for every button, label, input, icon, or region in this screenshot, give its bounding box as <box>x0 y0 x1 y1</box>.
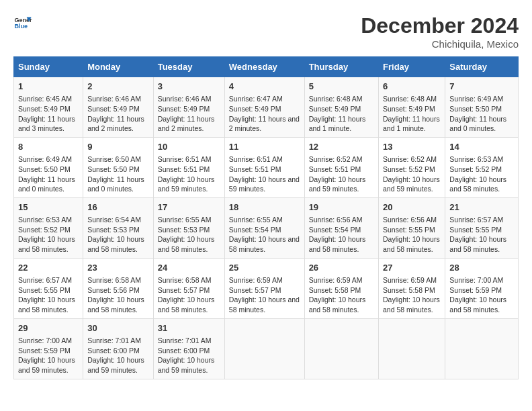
column-header-tuesday: Tuesday <box>153 57 224 77</box>
calendar-cell <box>445 318 519 379</box>
day-content: Sunrise: 6:54 AMSunset: 5:53 PMDaylight:… <box>87 215 149 255</box>
day-content: Sunrise: 6:49 AMSunset: 5:50 PMDaylight:… <box>449 94 514 134</box>
day-content: Sunrise: 6:53 AMSunset: 5:52 PMDaylight:… <box>449 154 514 194</box>
day-number: 18 <box>229 201 300 214</box>
calendar-cell: 18Sunrise: 6:55 AMSunset: 5:54 PMDayligh… <box>224 197 304 258</box>
day-content: Sunrise: 6:47 AMSunset: 5:49 PMDaylight:… <box>229 94 300 134</box>
calendar-cell: 23Sunrise: 6:58 AMSunset: 5:56 PMDayligh… <box>83 258 154 318</box>
calendar-week-1: 1Sunrise: 6:45 AMSunset: 5:49 PMDaylight… <box>14 77 519 138</box>
day-content: Sunrise: 6:50 AMSunset: 5:50 PMDaylight:… <box>87 154 149 194</box>
day-number: 2 <box>87 81 149 93</box>
title-block: December 2024 Chichiquila, Mexico <box>361 13 519 50</box>
header-row: SundayMondayTuesdayWednesdayThursdayFrid… <box>14 57 519 77</box>
day-number: 20 <box>383 201 441 214</box>
day-content: Sunrise: 7:01 AMSunset: 6:00 PMDaylight:… <box>87 336 149 375</box>
day-number: 14 <box>449 141 514 153</box>
column-header-saturday: Saturday <box>445 57 519 77</box>
column-header-friday: Friday <box>379 57 445 77</box>
column-header-sunday: Sunday <box>14 57 83 77</box>
calendar-cell: 14Sunrise: 6:53 AMSunset: 5:52 PMDayligh… <box>445 137 519 197</box>
calendar-cell: 8Sunrise: 6:49 AMSunset: 5:50 PMDaylight… <box>14 137 83 197</box>
day-number: 19 <box>309 201 374 214</box>
day-number: 4 <box>229 81 300 93</box>
day-content: Sunrise: 6:58 AMSunset: 5:56 PMDaylight:… <box>87 275 149 315</box>
day-number: 16 <box>87 201 149 214</box>
calendar-week-5: 29Sunrise: 7:00 AMSunset: 5:59 PMDayligh… <box>14 318 519 379</box>
day-content: Sunrise: 6:55 AMSunset: 5:54 PMDaylight:… <box>229 215 300 255</box>
day-content: Sunrise: 6:49 AMSunset: 5:50 PMDaylight:… <box>18 154 79 194</box>
day-number: 1 <box>18 81 79 93</box>
day-content: Sunrise: 6:51 AMSunset: 5:51 PMDaylight:… <box>229 154 300 194</box>
calendar-cell: 24Sunrise: 6:58 AMSunset: 5:57 PMDayligh… <box>153 258 224 318</box>
month-title: December 2024 <box>361 13 519 38</box>
calendar-cell: 11Sunrise: 6:51 AMSunset: 5:51 PMDayligh… <box>224 137 304 197</box>
day-content: Sunrise: 6:52 AMSunset: 5:52 PMDaylight:… <box>383 154 441 194</box>
location: Chichiquila, Mexico <box>361 38 519 50</box>
calendar-cell: 16Sunrise: 6:54 AMSunset: 5:53 PMDayligh… <box>83 197 154 258</box>
calendar-cell: 17Sunrise: 6:55 AMSunset: 5:53 PMDayligh… <box>153 197 224 258</box>
column-header-wednesday: Wednesday <box>224 57 304 77</box>
day-number: 29 <box>18 322 79 334</box>
calendar-cell: 13Sunrise: 6:52 AMSunset: 5:52 PMDayligh… <box>379 137 445 197</box>
calendar-cell: 12Sunrise: 6:52 AMSunset: 5:51 PMDayligh… <box>304 137 378 197</box>
day-content: Sunrise: 6:46 AMSunset: 5:49 PMDaylight:… <box>158 94 220 134</box>
calendar-cell: 28Sunrise: 7:00 AMSunset: 5:59 PMDayligh… <box>445 258 519 318</box>
day-number: 3 <box>158 81 220 93</box>
day-content: Sunrise: 6:48 AMSunset: 5:49 PMDaylight:… <box>383 94 441 134</box>
day-content: Sunrise: 6:52 AMSunset: 5:51 PMDaylight:… <box>309 154 374 194</box>
day-content: Sunrise: 6:56 AMSunset: 5:54 PMDaylight:… <box>309 215 374 255</box>
day-number: 9 <box>87 141 149 153</box>
page-header: General Blue December 2024 Chichiquila, … <box>13 13 519 50</box>
day-content: Sunrise: 6:56 AMSunset: 5:55 PMDaylight:… <box>383 215 441 255</box>
day-number: 31 <box>158 322 220 334</box>
logo: General Blue <box>13 13 32 32</box>
day-content: Sunrise: 7:00 AMSunset: 5:59 PMDaylight:… <box>449 275 514 315</box>
day-content: Sunrise: 6:58 AMSunset: 5:57 PMDaylight:… <box>158 275 220 315</box>
day-content: Sunrise: 6:45 AMSunset: 5:49 PMDaylight:… <box>18 94 79 134</box>
calendar-week-2: 8Sunrise: 6:49 AMSunset: 5:50 PMDaylight… <box>14 137 519 197</box>
column-header-monday: Monday <box>83 57 154 77</box>
day-content: Sunrise: 6:59 AMSunset: 5:57 PMDaylight:… <box>229 275 300 315</box>
day-number: 26 <box>309 262 374 274</box>
day-number: 17 <box>158 201 220 214</box>
day-content: Sunrise: 6:48 AMSunset: 5:49 PMDaylight:… <box>309 94 374 134</box>
day-number: 5 <box>309 81 374 93</box>
day-number: 30 <box>87 322 149 334</box>
day-number: 7 <box>449 81 514 93</box>
calendar-cell: 21Sunrise: 6:57 AMSunset: 5:55 PMDayligh… <box>445 197 519 258</box>
column-header-thursday: Thursday <box>304 57 378 77</box>
calendar-cell: 25Sunrise: 6:59 AMSunset: 5:57 PMDayligh… <box>224 258 304 318</box>
day-number: 6 <box>383 81 441 93</box>
calendar-cell: 31Sunrise: 7:01 AMSunset: 6:00 PMDayligh… <box>153 318 224 379</box>
calendar-cell: 5Sunrise: 6:48 AMSunset: 5:49 PMDaylight… <box>304 77 378 138</box>
calendar-cell: 19Sunrise: 6:56 AMSunset: 5:54 PMDayligh… <box>304 197 378 258</box>
calendar-cell: 2Sunrise: 6:46 AMSunset: 5:49 PMDaylight… <box>83 77 154 138</box>
calendar-cell: 26Sunrise: 6:59 AMSunset: 5:58 PMDayligh… <box>304 258 378 318</box>
calendar-cell: 4Sunrise: 6:47 AMSunset: 5:49 PMDaylight… <box>224 77 304 138</box>
day-number: 28 <box>449 262 514 274</box>
day-number: 13 <box>383 141 441 153</box>
day-content: Sunrise: 6:57 AMSunset: 5:55 PMDaylight:… <box>449 215 514 255</box>
day-number: 12 <box>309 141 374 153</box>
calendar-cell: 3Sunrise: 6:46 AMSunset: 5:49 PMDaylight… <box>153 77 224 138</box>
day-number: 25 <box>229 262 300 274</box>
calendar-cell <box>379 318 445 379</box>
calendar-week-3: 15Sunrise: 6:53 AMSunset: 5:52 PMDayligh… <box>14 197 519 258</box>
calendar-cell: 9Sunrise: 6:50 AMSunset: 5:50 PMDaylight… <box>83 137 154 197</box>
calendar-cell: 29Sunrise: 7:00 AMSunset: 5:59 PMDayligh… <box>14 318 83 379</box>
calendar-cell: 6Sunrise: 6:48 AMSunset: 5:49 PMDaylight… <box>379 77 445 138</box>
day-number: 11 <box>229 141 300 153</box>
day-content: Sunrise: 7:01 AMSunset: 6:00 PMDaylight:… <box>158 336 220 375</box>
calendar-cell: 30Sunrise: 7:01 AMSunset: 6:00 PMDayligh… <box>83 318 154 379</box>
calendar-cell: 7Sunrise: 6:49 AMSunset: 5:50 PMDaylight… <box>445 77 519 138</box>
day-content: Sunrise: 6:55 AMSunset: 5:53 PMDaylight:… <box>158 215 220 255</box>
calendar-cell: 10Sunrise: 6:51 AMSunset: 5:51 PMDayligh… <box>153 137 224 197</box>
calendar-cell: 15Sunrise: 6:53 AMSunset: 5:52 PMDayligh… <box>14 197 83 258</box>
calendar-week-4: 22Sunrise: 6:57 AMSunset: 5:55 PMDayligh… <box>14 258 519 318</box>
day-number: 23 <box>87 262 149 274</box>
day-number: 27 <box>383 262 441 274</box>
day-number: 10 <box>158 141 220 153</box>
calendar-cell: 20Sunrise: 6:56 AMSunset: 5:55 PMDayligh… <box>379 197 445 258</box>
day-content: Sunrise: 6:59 AMSunset: 5:58 PMDaylight:… <box>383 275 441 315</box>
day-content: Sunrise: 6:46 AMSunset: 5:49 PMDaylight:… <box>87 94 149 134</box>
